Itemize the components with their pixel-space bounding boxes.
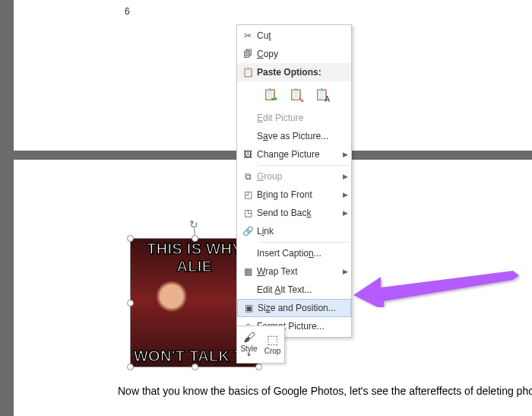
wrap-text-icon	[239, 266, 257, 277]
menu-copy[interactable]: Copy	[237, 45, 351, 63]
menu-separator	[258, 242, 350, 243]
resize-handle-ml[interactable]	[127, 300, 134, 306]
page-number: 6	[125, 6, 130, 17]
svg-marker-0	[353, 271, 519, 307]
copy-icon	[239, 49, 257, 59]
resize-handle-bl[interactable]	[127, 364, 134, 370]
paste-options-row: ⮕ ↘ A	[237, 81, 351, 109]
menu-group-label: Group	[257, 171, 340, 182]
rotate-handle[interactable]: ↻	[189, 219, 200, 230]
cut-icon	[239, 30, 257, 41]
annotation-arrow	[353, 265, 521, 307]
resize-handle-tm[interactable]	[192, 235, 198, 242]
link-icon	[239, 226, 257, 237]
menu-bring-to-front[interactable]: Bring to Front ▶	[237, 186, 351, 204]
change-picture-icon	[239, 149, 257, 160]
menu-send-to-back-label: Send to Back	[257, 208, 340, 218]
paste-text-only-button[interactable]: A	[312, 84, 331, 104]
menu-link-label: Link	[257, 226, 348, 237]
menu-paste-options-header: Paste Options:	[237, 63, 351, 81]
menu-save-as-picture[interactable]: Save as Picture...	[237, 127, 351, 145]
menu-edit-picture-label: Edit Picture	[257, 113, 348, 123]
left-gutter	[0, 0, 14, 416]
context-menu: Cut Copy Paste Options: ⮕ ↘ A Edit Pictu…	[236, 24, 352, 338]
body-paragraph: Now that you know the basics of Google P…	[118, 385, 532, 397]
style-button[interactable]: Style ▼	[237, 326, 261, 363]
paste-icon	[239, 67, 257, 78]
submenu-arrow-icon: ▶	[343, 268, 348, 275]
paste-merge-button[interactable]: ↘	[286, 84, 306, 104]
menu-insert-caption[interactable]: Insert Caption...	[237, 244, 351, 262]
submenu-arrow-icon: ▶	[343, 151, 348, 158]
menu-copy-label: Copy	[257, 49, 348, 59]
style-icon	[243, 332, 255, 344]
menu-edit-alt-text-label: Edit Alt Text...	[257, 284, 348, 295]
submenu-arrow-icon: ▶	[343, 173, 348, 180]
menu-edit-picture: Edit Picture	[237, 109, 351, 127]
menu-save-as-picture-label: Save as Picture...	[257, 131, 348, 141]
size-position-icon	[239, 303, 258, 313]
menu-insert-caption-label: Insert Caption...	[257, 248, 348, 259]
submenu-arrow-icon: ▶	[343, 209, 348, 217]
menu-cut[interactable]: Cut	[237, 27, 351, 45]
menu-bring-to-front-label: Bring to Front	[257, 189, 340, 200]
menu-size-and-position-label: Size and Position...	[258, 303, 347, 313]
paste-keep-source-button[interactable]: ⮕	[260, 84, 280, 104]
crop-label: Crop	[264, 347, 281, 355]
submenu-arrow-icon: ▶	[343, 191, 348, 198]
menu-edit-alt-text[interactable]: Edit Alt Text...	[237, 281, 351, 299]
group-icon	[239, 171, 257, 182]
crop-button[interactable]: Crop	[261, 326, 284, 363]
menu-cut-label: Cut	[257, 30, 348, 41]
menu-change-picture[interactable]: Change Picture ▶	[237, 145, 351, 164]
menu-separator	[258, 165, 350, 166]
menu-wrap-text-label: Wrap Text	[257, 266, 340, 277]
menu-change-picture-label: Change Picture	[257, 149, 340, 160]
resize-handle-br[interactable]	[255, 364, 262, 370]
dropdown-icon: ▼	[246, 352, 252, 357]
menu-paste-options-label: Paste Options:	[257, 67, 348, 78]
menu-link[interactable]: Link	[237, 222, 351, 240]
menu-wrap-text[interactable]: Wrap Text ▶	[237, 262, 351, 281]
menu-group: Group ▶	[237, 167, 351, 186]
bring-to-front-icon	[239, 189, 257, 200]
crop-icon	[267, 334, 278, 346]
mini-toolbar: Style ▼ Crop	[236, 325, 285, 364]
send-to-back-icon	[239, 208, 257, 218]
menu-size-and-position[interactable]: Size and Position...	[237, 299, 351, 317]
menu-send-to-back[interactable]: Send to Back ▶	[237, 204, 351, 222]
resize-handle-bm[interactable]	[192, 364, 198, 370]
resize-handle-tl[interactable]	[127, 235, 134, 242]
